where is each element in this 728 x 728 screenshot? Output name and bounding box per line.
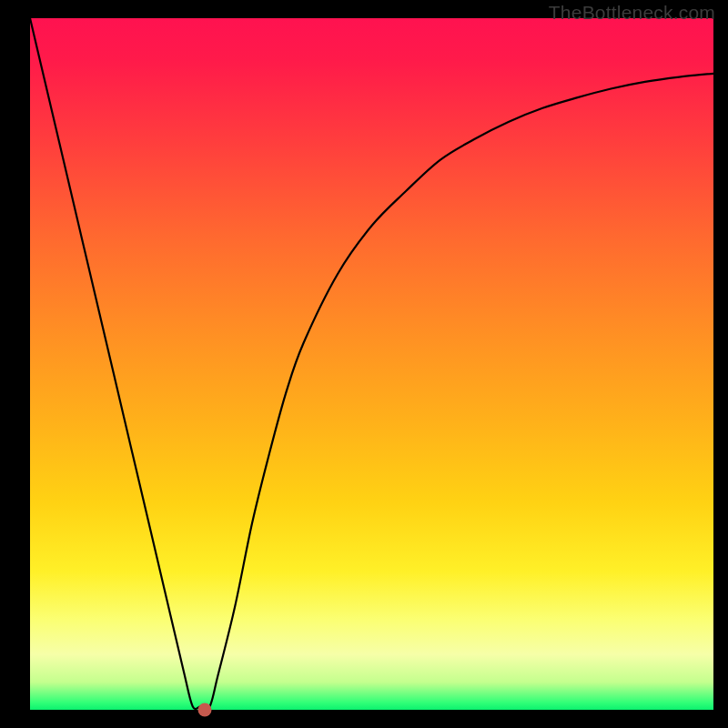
bottleneck-curve xyxy=(30,18,713,710)
minimum-marker xyxy=(197,703,211,717)
plot-area xyxy=(30,18,713,710)
chart-frame: TheBottleneck.com xyxy=(0,0,728,728)
curve-path xyxy=(30,18,713,709)
watermark-text: TheBottleneck.com xyxy=(549,2,715,24)
